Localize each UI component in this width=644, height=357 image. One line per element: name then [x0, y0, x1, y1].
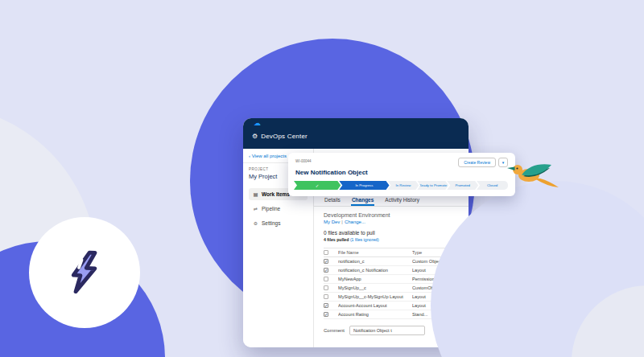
work-item-title: New Notification Object	[295, 169, 508, 176]
work-item-card: WI-00044 Create Review ▾ New Notificatio…	[288, 153, 515, 196]
environment-section: Development Environment My Dev|Change...…	[314, 207, 469, 242]
chevron-down-icon: ▾	[502, 160, 505, 165]
file-name-cell: notification_c Notification	[338, 268, 412, 273]
row-checkbox[interactable]	[324, 294, 328, 299]
row-checkbox[interactable]	[324, 268, 328, 273]
row-checkbox[interactable]	[324, 312, 328, 317]
app-header: ☁ ⚙ DevOps Center	[243, 118, 469, 149]
progress-stage[interactable]: Promoted	[447, 181, 478, 190]
tab[interactable]: Details	[324, 195, 341, 206]
comment-label: Comment	[324, 328, 345, 333]
tab[interactable]: Activity History	[384, 195, 420, 206]
row-checkbox[interactable]	[324, 303, 328, 308]
devops-center-logo-icon: ⚙	[252, 133, 258, 140]
row-checkbox[interactable]	[324, 259, 328, 264]
file-name-cell: Account-Account Layout	[338, 303, 412, 308]
nav-item-label: Work Items	[262, 191, 290, 197]
sidebar-nav-item[interactable]: ⚙ Settings	[249, 217, 308, 229]
nav-item-icon: ▤	[253, 191, 258, 197]
tab[interactable]: Changes	[351, 195, 374, 206]
lightning-bolt-icon	[58, 245, 110, 299]
column-header-file-name: File Name	[338, 250, 412, 255]
environment-heading: Development Environment	[324, 212, 469, 218]
file-name-cell: MyNewApp	[338, 277, 412, 281]
progress-stage[interactable]: Closed	[477, 181, 508, 190]
nav-item-label: Pipeline	[262, 206, 280, 211]
change-environment-link[interactable]: Change...	[345, 220, 365, 224]
nav-item-label: Settings	[262, 220, 281, 226]
app-title: DevOps Center	[261, 133, 308, 140]
files-pulled-text: 4 files pulled	[324, 237, 349, 242]
progress-stage[interactable]: In Review	[388, 181, 419, 190]
file-name-cell: MySignUp__c-MySignUp Layout	[338, 294, 412, 299]
progress-stage[interactable]: Ready to Promote	[417, 181, 448, 190]
environment-name-link[interactable]: My Dev	[324, 220, 340, 224]
comment-input[interactable]	[349, 326, 425, 335]
files-ignored-link[interactable]: (1 files ignored)	[350, 237, 379, 242]
row-checkbox[interactable]	[324, 277, 328, 281]
sidebar-nav-item[interactable]: ⇄ Pipeline	[249, 203, 308, 215]
create-review-button[interactable]: Create Review	[458, 158, 496, 167]
tab-bar: Details Changes Activity History	[314, 195, 469, 207]
file-name-cell: MySignUp__c	[338, 285, 412, 290]
lightning-badge-circle	[29, 217, 140, 328]
work-item-id: WI-00044	[295, 159, 312, 163]
files-available-text: 0 files available to pull	[324, 230, 469, 236]
file-name-cell: Account Rating	[338, 312, 412, 317]
hummingbird-illustration	[507, 158, 565, 193]
progress-stage[interactable]: In Progress	[339, 181, 389, 190]
progress-stage[interactable]: ✓	[294, 181, 341, 190]
marketing-scene: ☁ ⚙ DevOps Center ‹ View all projects PR…	[0, 0, 644, 357]
row-checkbox[interactable]	[324, 285, 328, 290]
file-name-cell: notification_c	[338, 259, 412, 264]
separator: |	[341, 220, 343, 224]
salesforce-cloud-icon: ☁	[254, 119, 261, 127]
nav-item-icon: ⇄	[253, 206, 258, 211]
progress-path: ✓ In Progress In Review Ready to Promote…	[295, 181, 508, 190]
nav-item-icon: ⚙	[253, 220, 258, 226]
select-all-checkbox[interactable]	[324, 250, 328, 255]
